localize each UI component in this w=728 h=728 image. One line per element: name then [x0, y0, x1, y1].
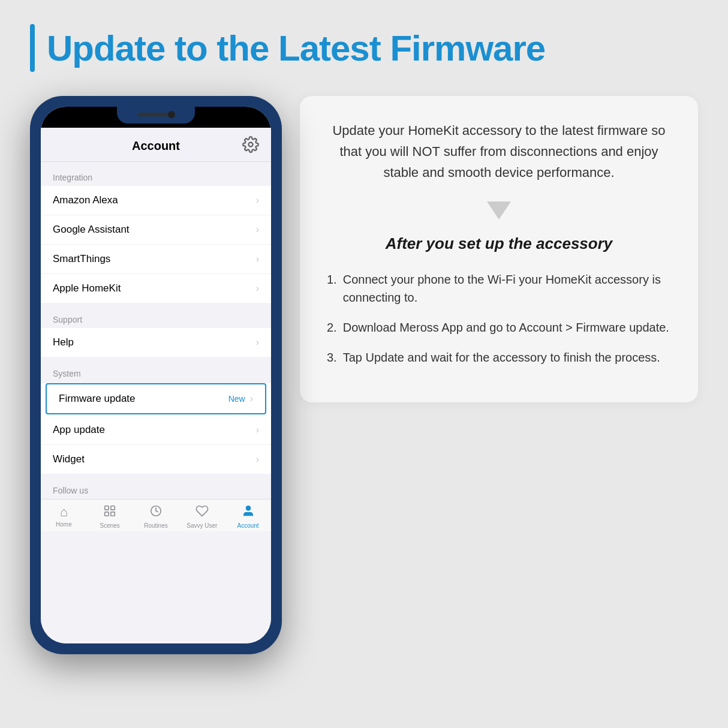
tab-savvy-user-label: Savvy User [186, 522, 217, 529]
new-badge: New [228, 394, 245, 404]
svg-point-0 [249, 143, 253, 147]
arrow-down [327, 201, 671, 219]
list-item[interactable]: Help › [41, 328, 271, 357]
step-2-text: Download Meross App and go to Account > … [343, 318, 669, 336]
follow-us-section-label: Follow us [41, 475, 271, 499]
step-3-number: 3. [327, 348, 337, 366]
help-label: Help [53, 336, 74, 348]
tab-account-label: Account [237, 522, 259, 529]
chevron-right-icon: › [250, 393, 253, 404]
list-item[interactable]: Apple HomeKit › [41, 274, 271, 303]
apple-homekit-label: Apple HomeKit [53, 282, 121, 294]
amazon-alexa-label: Amazon Alexa [53, 194, 118, 206]
routines-icon [149, 504, 163, 521]
camera-icon [168, 111, 175, 118]
app-nav-bar: Account [41, 128, 271, 162]
chevron-right-icon: › [256, 425, 259, 435]
step-1: 1. Connect your phone to the Wi-Fi your … [327, 270, 671, 306]
chevron-right-icon: › [256, 283, 259, 294]
gear-icon[interactable] [242, 136, 259, 155]
list-item[interactable]: App update › [41, 416, 271, 445]
main-content: Account Integration Amazon Alexa [30, 96, 698, 654]
tab-routines-label: Routines [144, 522, 167, 529]
system-section-label: System [41, 358, 271, 382]
header-accent-bar [30, 24, 35, 72]
step-2: 2. Download Meross App and go to Account… [327, 318, 671, 336]
chevron-right-icon: › [256, 195, 259, 206]
page-title: Update to the Latest Firmware [47, 28, 545, 69]
page-header: Update to the Latest Firmware [30, 24, 698, 72]
support-section-label: Support [41, 304, 271, 328]
integration-menu-group: Amazon Alexa › Google Assistant › SmartT… [41, 186, 271, 303]
system-menu-group: Firmware update New › App update › Widge… [41, 383, 271, 474]
list-item[interactable]: Google Assistant › [41, 215, 271, 245]
phone-screen: Account Integration Amazon Alexa [41, 107, 271, 643]
chevron-right-icon: › [256, 337, 259, 348]
firmware-update-label: Firmware update [59, 393, 136, 405]
app-update-label: App update [53, 424, 105, 436]
support-menu-group: Help › [41, 328, 271, 357]
svg-rect-1 [105, 506, 109, 510]
phone-frame: Account Integration Amazon Alexa [30, 96, 282, 654]
down-arrow-icon [487, 201, 511, 219]
app-screen: Account Integration Amazon Alexa [41, 128, 271, 643]
svg-rect-3 [105, 512, 109, 516]
tab-home[interactable]: ⌂ Home [41, 504, 87, 529]
firmware-update-right: New › [228, 393, 253, 404]
step-2-number: 2. [327, 318, 337, 336]
right-panel: Update your HomeKit accessory to the lat… [300, 96, 698, 402]
phone-mockup: Account Integration Amazon Alexa [30, 96, 282, 654]
chevron-right-icon: › [256, 224, 259, 235]
svg-point-6 [246, 506, 250, 510]
account-icon [242, 504, 255, 521]
widget-label: Widget [53, 453, 85, 465]
phone-notch [41, 107, 271, 128]
tab-scenes[interactable]: Scenes [87, 504, 133, 529]
steps-list: 1. Connect your phone to the Wi-Fi your … [327, 270, 671, 366]
svg-rect-2 [111, 506, 115, 510]
smartthings-label: SmartThings [53, 253, 110, 265]
step-3-text: Tap Update and wait for the accessory to… [343, 348, 660, 366]
savvy-user-icon [195, 504, 209, 521]
step-1-text: Connect your phone to the Wi-Fi your Hom… [343, 270, 671, 306]
home-icon: ⌂ [60, 504, 68, 520]
tab-account[interactable]: Account [225, 504, 271, 529]
svg-rect-4 [111, 512, 115, 516]
firmware-update-item[interactable]: Firmware update New › [46, 383, 266, 414]
tab-savvy-user[interactable]: Savvy User [179, 504, 225, 529]
scenes-icon [103, 504, 116, 521]
tab-scenes-label: Scenes [100, 522, 120, 529]
step-3: 3. Tap Update and wait for the accessory… [327, 348, 671, 366]
tab-routines[interactable]: Routines [133, 504, 179, 529]
list-item[interactable]: SmartThings › [41, 245, 271, 274]
app-nav-title: Account [70, 139, 242, 153]
integration-section-label: Integration [41, 162, 271, 186]
after-setup-title: After you set up the accessory [327, 234, 671, 254]
description-text: Update your HomeKit accessory to the lat… [327, 120, 671, 183]
tab-home-label: Home [56, 521, 72, 528]
list-item[interactable]: Widget › [41, 445, 271, 474]
chevron-right-icon: › [256, 254, 259, 264]
notch-cutout [117, 107, 195, 124]
chevron-right-icon: › [256, 454, 259, 465]
google-assistant-label: Google Assistant [53, 224, 130, 236]
step-1-number: 1. [327, 270, 337, 306]
tab-bar: ⌂ Home [41, 499, 271, 531]
list-item[interactable]: Amazon Alexa › [41, 186, 271, 215]
